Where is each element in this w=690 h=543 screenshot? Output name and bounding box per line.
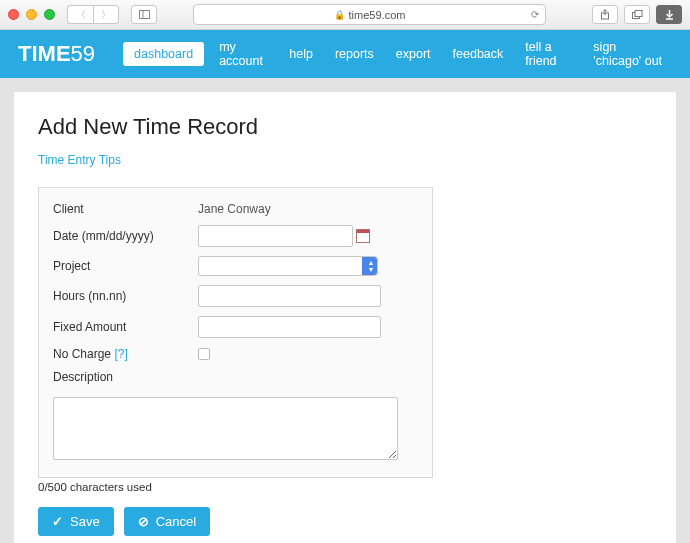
save-button-label: Save <box>70 514 100 529</box>
character-count: 0/500 characters used <box>38 481 652 493</box>
close-window-button[interactable] <box>8 9 19 20</box>
row-description: Description <box>53 370 418 384</box>
project-select[interactable]: ▴▾ <box>198 256 378 276</box>
time-record-form: Client Jane Conway Date (mm/dd/yyyy) Pro… <box>38 187 433 478</box>
fixed-amount-input[interactable] <box>198 316 381 338</box>
label-client: Client <box>53 202 198 216</box>
check-icon: ✓ <box>52 514 63 529</box>
lock-icon: 🔒 <box>334 10 345 20</box>
row-fixed-amount: Fixed Amount <box>53 316 418 338</box>
save-button[interactable]: ✓ Save <box>38 507 114 536</box>
browser-right-controls <box>592 5 682 24</box>
address-bar[interactable]: 🔒 time59.com ⟳ <box>193 4 546 25</box>
content-card: Add New Time Record Time Entry Tips Clie… <box>14 92 676 543</box>
nav-dashboard[interactable]: dashboard <box>123 42 204 66</box>
description-textarea[interactable] <box>53 397 398 460</box>
main-nav: dashboard my account help reports export… <box>123 35 676 73</box>
hours-input[interactable] <box>198 285 381 307</box>
logo-text-right: 59 <box>71 41 95 67</box>
forward-button[interactable]: 〉 <box>93 5 119 24</box>
minimize-window-button[interactable] <box>26 9 37 20</box>
page-title: Add New Time Record <box>38 114 652 140</box>
nav-help[interactable]: help <box>278 42 324 66</box>
row-date: Date (mm/dd/yyyy) <box>53 225 418 247</box>
label-project: Project <box>53 259 198 273</box>
label-date: Date (mm/dd/yyyy) <box>53 229 198 243</box>
label-no-charge: No Charge [?] <box>53 347 198 361</box>
calendar-icon[interactable] <box>356 229 370 243</box>
no-charge-checkbox[interactable] <box>198 348 210 360</box>
row-client: Client Jane Conway <box>53 202 418 216</box>
url-host: time59.com <box>349 9 406 21</box>
label-description: Description <box>53 370 198 384</box>
time-entry-tips-link[interactable]: Time Entry Tips <box>38 153 121 167</box>
nav-sign-out[interactable]: sign 'chicago' out <box>582 35 676 73</box>
nav-feedback[interactable]: feedback <box>442 42 515 66</box>
maximize-window-button[interactable] <box>44 9 55 20</box>
nav-export[interactable]: export <box>385 42 442 66</box>
label-hours: Hours (nn.nn) <box>53 289 198 303</box>
label-no-charge-text: No Charge <box>53 347 114 361</box>
nav-reports[interactable]: reports <box>324 42 385 66</box>
nav-my-account[interactable]: my account <box>208 35 278 73</box>
logo-text-left: TIME <box>18 41 71 67</box>
date-input[interactable] <box>198 225 353 247</box>
sidebar-toggle-button[interactable] <box>131 5 157 24</box>
share-icon[interactable] <box>592 5 618 24</box>
svg-rect-5 <box>635 10 642 16</box>
app-body: Add New Time Record Time Entry Tips Clie… <box>0 78 690 543</box>
value-client: Jane Conway <box>198 202 271 216</box>
row-hours: Hours (nn.nn) <box>53 285 418 307</box>
browser-toolbar: 〈 〉 🔒 time59.com ⟳ <box>0 0 690 30</box>
label-fixed-amount: Fixed Amount <box>53 320 198 334</box>
window-controls <box>8 9 55 20</box>
cancel-icon: ⊘ <box>138 514 149 529</box>
row-no-charge: No Charge [?] <box>53 347 418 361</box>
no-charge-help-link[interactable]: [?] <box>114 347 127 361</box>
download-icon[interactable] <box>656 5 682 24</box>
reload-icon[interactable]: ⟳ <box>531 9 539 20</box>
chevron-updown-icon: ▴▾ <box>369 259 373 273</box>
cancel-button-label: Cancel <box>156 514 196 529</box>
nav-back-forward: 〈 〉 <box>67 5 119 24</box>
back-button[interactable]: 〈 <box>67 5 93 24</box>
row-project: Project ▴▾ <box>53 256 418 276</box>
svg-rect-0 <box>139 11 149 19</box>
cancel-button[interactable]: ⊘ Cancel <box>124 507 210 536</box>
tabs-icon[interactable] <box>624 5 650 24</box>
app-header: TIME59 dashboard my account help reports… <box>0 30 690 78</box>
logo[interactable]: TIME59 <box>18 41 95 67</box>
nav-tell-a-friend[interactable]: tell a friend <box>514 35 582 73</box>
form-buttons: ✓ Save ⊘ Cancel <box>38 507 652 536</box>
